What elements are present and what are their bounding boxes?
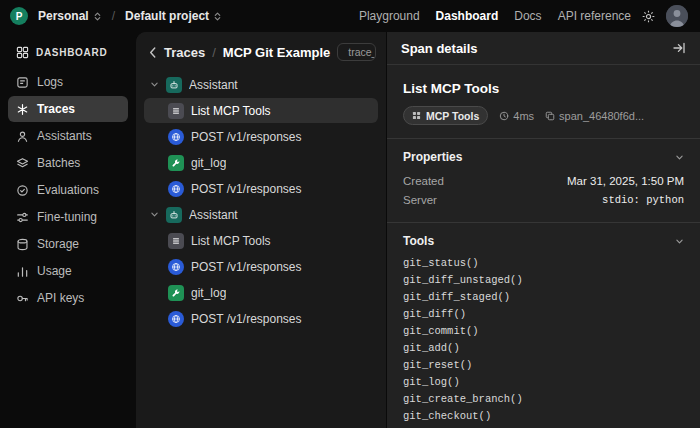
sidebar-item-label: Batches (37, 156, 80, 170)
sidebar-item-usage[interactable]: Usage (8, 258, 128, 284)
span-row-post-responses[interactable]: POST /v1/responses (144, 124, 378, 149)
assistant-icon (166, 207, 182, 223)
chevron-down-icon[interactable] (150, 80, 159, 89)
tools-section-header[interactable]: Tools (403, 234, 684, 248)
nav-api-reference[interactable]: API reference (558, 9, 631, 23)
property-value: stdio: python (602, 194, 684, 206)
span-badges: MCP Tools 4ms span_46480f6d... (403, 106, 684, 125)
span-row-post-responses[interactable]: POST /v1/responses (144, 176, 378, 201)
sidebar-item-traces[interactable]: Traces (8, 96, 128, 122)
chevron-down-icon (675, 237, 684, 246)
tool-item: git_status() (403, 255, 684, 272)
property-row: Created Mar 31, 2025, 1:50 PM (403, 171, 684, 190)
org-avatar[interactable]: P (10, 7, 28, 25)
span-id-label: span_46480f6d... (559, 110, 644, 122)
fine-tuning-icon (16, 211, 29, 224)
span-tree: Assistant List MCP Tools POST /v1/respon… (136, 70, 386, 334)
nav-docs[interactable]: Docs (514, 9, 541, 23)
chevron-down-icon[interactable] (150, 210, 159, 219)
top-nav: Playground Dashboard Docs API reference (359, 9, 631, 23)
span-label: git_log (191, 286, 226, 300)
gear-icon[interactable] (641, 9, 656, 24)
sidebar-item-api-keys[interactable]: API keys (8, 285, 128, 311)
sidebar-title: DASHBOARD (36, 47, 107, 58)
property-row: Server stdio: python (403, 190, 684, 209)
chevron-up-down-icon (213, 11, 222, 22)
copy-icon (545, 111, 555, 121)
nav-playground[interactable]: Playground (359, 9, 420, 23)
tool-item: git_commit() (403, 323, 684, 340)
back-chevron-icon[interactable] (148, 46, 157, 59)
breadcrumb-separator: / (212, 45, 216, 60)
api-call-icon (168, 311, 184, 327)
tool-item: git_diff() (403, 306, 684, 323)
api-call-icon (168, 129, 184, 145)
list-icon (168, 103, 184, 119)
tool-call-icon (168, 155, 184, 171)
traces-icon (16, 103, 29, 116)
span-row-list-mcp-tools[interactable]: List MCP Tools (144, 98, 378, 123)
trace-header: Traces / MCP Git Example trace_aef6... (136, 32, 386, 70)
usage-icon (16, 265, 29, 278)
sidebar-item-batches[interactable]: Batches (8, 150, 128, 176)
property-value: Mar 31, 2025, 1:50 PM (567, 175, 684, 187)
span-row-post-responses[interactable]: POST /v1/responses (144, 306, 378, 331)
sidebar-item-label: API keys (37, 291, 84, 305)
property-key: Created (403, 175, 444, 187)
storage-icon (16, 238, 29, 251)
org-switcher[interactable]: Personal (38, 9, 102, 23)
span-row-git-log[interactable]: git_log (144, 150, 378, 175)
tool-call-icon (168, 285, 184, 301)
chevron-down-icon (675, 153, 684, 162)
tool-item: git_log() (403, 374, 684, 391)
span-label: git_log (191, 156, 226, 170)
breadcrumb-traces[interactable]: Traces (164, 45, 205, 60)
tool-item: git_reset() (403, 357, 684, 374)
span-row-list-mcp-tools[interactable]: List MCP Tools (144, 228, 378, 253)
span-group-assistant[interactable]: Assistant (144, 72, 378, 97)
sidebar-item-label: Evaluations (37, 183, 99, 197)
sidebar-item-logs[interactable]: Logs (8, 69, 128, 95)
trace-id-chip[interactable]: trace_aef6... (337, 43, 376, 61)
property-key: Server (403, 194, 437, 206)
batches-icon (16, 157, 29, 170)
sidebar-item-label: Storage (37, 237, 79, 251)
tool-item: git_create_branch() (403, 391, 684, 408)
span-row-post-responses[interactable]: POST /v1/responses (144, 254, 378, 279)
dashboard-icon (16, 46, 29, 59)
tool-item: git_diff_staged() (403, 289, 684, 306)
span-group-assistant[interactable]: Assistant (144, 202, 378, 227)
properties-section-header[interactable]: Properties (403, 150, 684, 164)
sidebar-item-fine-tuning[interactable]: Fine-tuning (8, 204, 128, 230)
project-switcher[interactable]: Default project (125, 9, 222, 23)
tools-title: Tools (403, 234, 434, 248)
span-row-git-log[interactable]: git_log (144, 280, 378, 305)
divider (387, 138, 700, 139)
logs-icon (16, 76, 29, 89)
span-label: POST /v1/responses (191, 182, 302, 196)
breadcrumb-separator: / (112, 9, 115, 23)
trace-id: trace_aef6... (348, 46, 376, 58)
collapse-panel-icon[interactable] (672, 41, 686, 55)
span-label: Assistant (189, 208, 238, 222)
org-name: Personal (38, 9, 89, 23)
user-avatar[interactable] (666, 5, 688, 27)
sidebar-item-evaluations[interactable]: Evaluations (8, 177, 128, 203)
mcp-tools-icon (412, 111, 421, 120)
span-details-header: Span details (387, 32, 700, 65)
sidebar-item-label: Traces (37, 102, 75, 116)
sidebar: DASHBOARD Logs Traces Assistants Batches (0, 32, 136, 428)
span-label: List MCP Tools (191, 104, 271, 118)
nav-dashboard[interactable]: Dashboard (436, 9, 499, 23)
trace-title: MCP Git Example (223, 45, 330, 60)
span-label: POST /v1/responses (191, 260, 302, 274)
sidebar-item-storage[interactable]: Storage (8, 231, 128, 257)
span-label: List MCP Tools (191, 234, 271, 248)
trace-panel: Traces / MCP Git Example trace_aef6... (136, 32, 386, 428)
span-label: POST /v1/responses (191, 312, 302, 326)
span-id-chip[interactable]: span_46480f6d... (545, 110, 644, 122)
duration-label: 4ms (513, 110, 534, 122)
span-name: List MCP Tools (403, 81, 684, 96)
list-icon (168, 233, 184, 249)
sidebar-item-assistants[interactable]: Assistants (8, 123, 128, 149)
